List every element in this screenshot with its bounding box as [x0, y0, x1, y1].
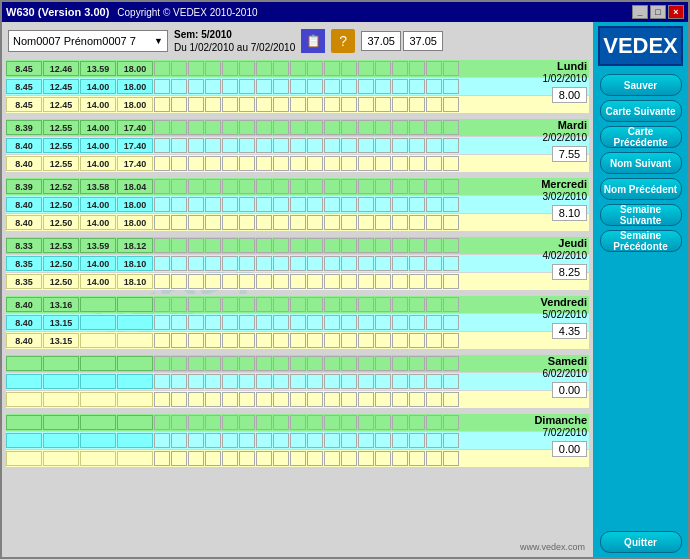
- time-cell[interactable]: [80, 374, 116, 389]
- quitter-button[interactable]: Quitter: [600, 531, 682, 553]
- time-cell[interactable]: [43, 415, 79, 430]
- minimize-button[interactable]: _: [632, 5, 648, 19]
- time-cell[interactable]: [117, 415, 153, 430]
- book-icon[interactable]: 📋: [301, 29, 325, 53]
- time-cell[interactable]: 18.04: [117, 179, 153, 194]
- time-cell[interactable]: 14.00: [80, 256, 116, 271]
- time-cell[interactable]: 8.39: [6, 179, 42, 194]
- time-cell[interactable]: [117, 451, 153, 466]
- time-cell[interactable]: 12.52: [43, 179, 79, 194]
- time-cell[interactable]: 8.39: [6, 120, 42, 135]
- time-cell[interactable]: 13.59: [80, 61, 116, 76]
- time-cell[interactable]: 8.40: [6, 333, 42, 348]
- time-cell[interactable]: 18.00: [117, 97, 153, 112]
- time-cell[interactable]: [117, 356, 153, 371]
- time-cell[interactable]: [80, 433, 116, 448]
- time-cell[interactable]: 17.40: [117, 138, 153, 153]
- time-cell[interactable]: [6, 392, 42, 407]
- close-button[interactable]: ×: [668, 5, 684, 19]
- time-cell[interactable]: 13.16: [43, 297, 79, 312]
- time-cell[interactable]: 13.58: [80, 179, 116, 194]
- semaine-precedente-button[interactable]: Semaine Précédonte: [600, 230, 682, 252]
- time-cell[interactable]: 17.40: [117, 120, 153, 135]
- time-cell[interactable]: 18.00: [117, 61, 153, 76]
- slot-cell: [256, 392, 272, 407]
- time-cell[interactable]: [80, 392, 116, 407]
- nom-precedent-button[interactable]: Nom Précédent: [600, 178, 682, 200]
- carte-suivante-button[interactable]: Carte Suivante: [600, 100, 682, 122]
- time-cell[interactable]: 8.45: [6, 79, 42, 94]
- time-cell[interactable]: 13.59: [80, 238, 116, 253]
- time-cell[interactable]: 18.10: [117, 256, 153, 271]
- time-cell[interactable]: 12.53: [43, 238, 79, 253]
- time-cell[interactable]: [43, 374, 79, 389]
- nom-suivant-button[interactable]: Nom Suivant: [600, 152, 682, 174]
- time-cell[interactable]: 12.50: [43, 215, 79, 230]
- time-cell[interactable]: 12.55: [43, 120, 79, 135]
- time-cell[interactable]: 13.15: [43, 333, 79, 348]
- time-cell[interactable]: [80, 415, 116, 430]
- time-cell[interactable]: 8.40: [6, 315, 42, 330]
- slot-cell: [188, 433, 204, 448]
- time-cell[interactable]: [117, 297, 153, 312]
- time-cell[interactable]: 12.45: [43, 97, 79, 112]
- time-cell[interactable]: [6, 451, 42, 466]
- time-cell[interactable]: 17.40: [117, 156, 153, 171]
- time-cell[interactable]: 8.40: [6, 197, 42, 212]
- time-cell[interactable]: [43, 451, 79, 466]
- sauver-button[interactable]: Sauver: [600, 74, 682, 96]
- time-cell[interactable]: [6, 356, 42, 371]
- time-cell[interactable]: [6, 374, 42, 389]
- time-cell[interactable]: [80, 333, 116, 348]
- time-cell[interactable]: 14.00: [80, 215, 116, 230]
- time-cell[interactable]: [43, 356, 79, 371]
- time-cell[interactable]: [117, 374, 153, 389]
- time-cell[interactable]: 12.55: [43, 138, 79, 153]
- time-cell[interactable]: 12.46: [43, 61, 79, 76]
- time-cell[interactable]: 8.35: [6, 256, 42, 271]
- time-cell[interactable]: 18.10: [117, 274, 153, 289]
- time-cell[interactable]: 8.33: [6, 238, 42, 253]
- time-cell[interactable]: [43, 433, 79, 448]
- help-icon[interactable]: ?: [331, 29, 355, 53]
- time-cell[interactable]: 8.45: [6, 97, 42, 112]
- time-cell[interactable]: 12.50: [43, 256, 79, 271]
- time-cell[interactable]: 18.00: [117, 215, 153, 230]
- name-dropdown[interactable]: Nom0007 Prénom0007 7 ▼: [8, 30, 168, 52]
- time-cell[interactable]: 12.45: [43, 79, 79, 94]
- maximize-button[interactable]: □: [650, 5, 666, 19]
- time-cell[interactable]: [43, 392, 79, 407]
- time-cell[interactable]: [80, 297, 116, 312]
- time-cell[interactable]: 12.55: [43, 156, 79, 171]
- time-cell[interactable]: [117, 392, 153, 407]
- time-cell[interactable]: [117, 315, 153, 330]
- time-cell[interactable]: [117, 333, 153, 348]
- time-cell[interactable]: 12.50: [43, 274, 79, 289]
- time-cell[interactable]: 14.00: [80, 274, 116, 289]
- time-cell[interactable]: 13.15: [43, 315, 79, 330]
- time-cell[interactable]: 14.00: [80, 156, 116, 171]
- semaine-suivante-button[interactable]: Semaine Suivante: [600, 204, 682, 226]
- time-cell[interactable]: [80, 451, 116, 466]
- time-cell[interactable]: 8.45: [6, 61, 42, 76]
- time-cell[interactable]: [6, 415, 42, 430]
- time-cell[interactable]: 8.40: [6, 297, 42, 312]
- time-cell[interactable]: 14.00: [80, 97, 116, 112]
- carte-precedente-button[interactable]: Carte Précédente: [600, 126, 682, 148]
- time-cell[interactable]: 8.40: [6, 215, 42, 230]
- time-cell[interactable]: [80, 356, 116, 371]
- time-cell[interactable]: 14.00: [80, 197, 116, 212]
- time-cell[interactable]: [6, 433, 42, 448]
- time-cell[interactable]: 8.35: [6, 274, 42, 289]
- time-cell[interactable]: 18.00: [117, 79, 153, 94]
- time-cell[interactable]: 14.00: [80, 120, 116, 135]
- time-cell[interactable]: 18.12: [117, 238, 153, 253]
- time-cell[interactable]: 18.00: [117, 197, 153, 212]
- time-cell[interactable]: 14.00: [80, 79, 116, 94]
- time-cell[interactable]: 14.00: [80, 138, 116, 153]
- time-cell[interactable]: [117, 433, 153, 448]
- time-cell[interactable]: 8.40: [6, 156, 42, 171]
- time-cell[interactable]: 12.50: [43, 197, 79, 212]
- time-cell[interactable]: 8.40: [6, 138, 42, 153]
- time-cell[interactable]: [80, 315, 116, 330]
